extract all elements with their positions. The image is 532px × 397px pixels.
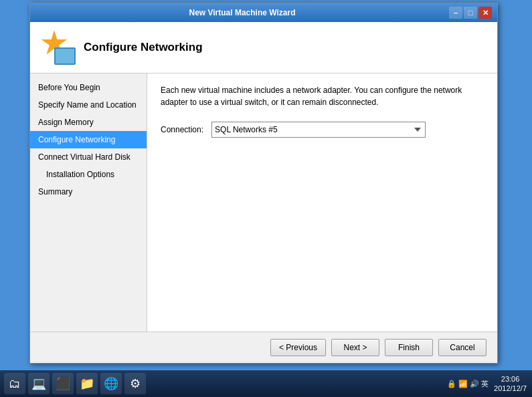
panel-description: Each new virtual machine includes a netw… bbox=[161, 84, 484, 108]
sidebar-item-connect-vhd[interactable]: Connect Virtual Hard Disk bbox=[30, 148, 147, 166]
clock-date: 2012/12/7 bbox=[494, 384, 527, 393]
window-body: Configure Networking Before You BeginSpe… bbox=[30, 22, 497, 363]
maximize-button[interactable]: □ bbox=[464, 7, 477, 19]
sidebar-item-before-you-begin[interactable]: Before You Begin bbox=[30, 79, 147, 96]
sidebar-item-specify-name[interactable]: Specify Name and Location bbox=[30, 96, 147, 114]
taskbar-icon-cmd[interactable]: ⬛ bbox=[52, 373, 74, 394]
window-controls: – □ ✕ bbox=[449, 7, 492, 19]
taskbar-icon-settings[interactable]: ⚙ bbox=[124, 373, 146, 394]
clock-time: 23:06 bbox=[494, 374, 527, 384]
connection-select[interactable]: Not ConnectedSQL Networks #1SQL Networks… bbox=[211, 122, 426, 138]
wizard-content: Before You BeginSpecify Name and Locatio… bbox=[30, 74, 497, 332]
titlebar: New Virtual Machine Wizard – □ ✕ bbox=[30, 3, 497, 22]
taskbar-icon-powershell[interactable]: 💻 bbox=[28, 373, 50, 394]
window-title: New Virtual Machine Wizard bbox=[35, 8, 449, 17]
wizard-sidebar: Before You BeginSpecify Name and Locatio… bbox=[30, 74, 147, 332]
sidebar-item-summary[interactable]: Summary bbox=[30, 183, 147, 201]
connection-label: Connection: bbox=[161, 125, 203, 134]
taskbar-icon-files[interactable]: 🗂 bbox=[4, 373, 25, 394]
wizard-panel: Each new virtual machine includes a netw… bbox=[147, 74, 497, 332]
connection-row: Connection: Not ConnectedSQL Networks #1… bbox=[161, 122, 484, 138]
sidebar-item-installation-options[interactable]: Installation Options bbox=[30, 166, 147, 183]
close-button[interactable]: ✕ bbox=[478, 7, 492, 19]
taskbar: 🗂 💻 ⬛ 📁 🌐 ⚙ 🔒 📶 🔊 英 23:06 2012/12/7 bbox=[0, 370, 532, 397]
cancel-button[interactable]: Cancel bbox=[438, 339, 486, 356]
monitor-icon bbox=[54, 47, 76, 65]
minimize-button[interactable]: – bbox=[449, 7, 462, 19]
taskbar-icons-right: 🔒 📶 🔊 英 bbox=[447, 379, 489, 389]
main-window: New Virtual Machine Wizard – □ ✕ Configu… bbox=[29, 3, 498, 364]
taskbar-icon-folder[interactable]: 📁 bbox=[76, 373, 98, 394]
taskbar-right: 🔒 📶 🔊 英 23:06 2012/12/7 bbox=[447, 374, 529, 394]
wizard-header: Configure Networking bbox=[30, 22, 497, 74]
next-button[interactable]: Next > bbox=[331, 339, 379, 356]
taskbar-icon-network[interactable]: 🌐 bbox=[100, 373, 122, 394]
wizard-footer: < Previous Next > Finish Cancel bbox=[30, 332, 497, 363]
finish-button[interactable]: Finish bbox=[385, 339, 433, 356]
previous-button[interactable]: < Previous bbox=[270, 339, 326, 356]
taskbar-clock: 23:06 2012/12/7 bbox=[494, 374, 527, 394]
wizard-header-title: Configure Networking bbox=[84, 41, 203, 54]
sidebar-item-configure-networking[interactable]: Configure Networking bbox=[30, 131, 147, 148]
sidebar-item-assign-memory[interactable]: Assign Memory bbox=[30, 114, 147, 131]
wizard-icon bbox=[41, 30, 76, 65]
